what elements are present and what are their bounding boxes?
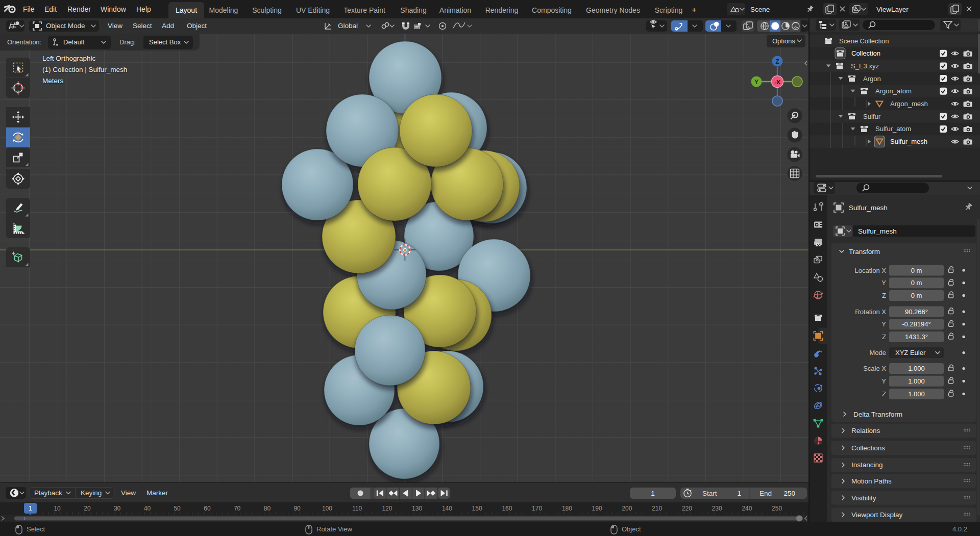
svg-text:Sulfur: Sulfur bbox=[863, 113, 881, 120]
svg-text:1.000: 1.000 bbox=[908, 365, 925, 372]
svg-text:1431.3°: 1431.3° bbox=[905, 333, 928, 341]
svg-text:Scale X: Scale X bbox=[863, 365, 886, 372]
svg-text:XYZ Euler: XYZ Euler bbox=[895, 349, 926, 356]
svg-text:Mode: Mode bbox=[869, 349, 886, 356]
svg-text:Y: Y bbox=[881, 279, 886, 287]
svg-text:Argon_mesh: Argon_mesh bbox=[890, 100, 928, 108]
svg-text:Motion Paths: Motion Paths bbox=[851, 477, 892, 485]
svg-text:-X: -X bbox=[774, 79, 780, 85]
svg-text:Collections: Collections bbox=[851, 444, 885, 452]
svg-text:Delta Transform: Delta Transform bbox=[853, 411, 902, 418]
svg-text:1: 1 bbox=[737, 490, 741, 497]
svg-text:0 m: 0 m bbox=[911, 279, 922, 287]
svg-text:Location X: Location X bbox=[855, 267, 887, 274]
svg-text:Z: Z bbox=[882, 333, 886, 341]
svg-text:Start: Start bbox=[702, 490, 717, 497]
svg-text:Collection: Collection bbox=[851, 49, 880, 57]
svg-text:Visibility: Visibility bbox=[851, 494, 876, 502]
svg-text:1.000: 1.000 bbox=[908, 377, 925, 385]
svg-text:1: 1 bbox=[29, 505, 32, 512]
svg-text:End: End bbox=[760, 490, 772, 497]
svg-text:Sulfur_atom: Sulfur_atom bbox=[875, 125, 911, 133]
svg-text:Z: Z bbox=[775, 58, 779, 65]
svg-text:Marker: Marker bbox=[146, 489, 168, 497]
svg-text:Transform: Transform bbox=[849, 248, 880, 256]
svg-text:ViewLayer: ViewLayer bbox=[876, 6, 909, 13]
svg-text:90.266°: 90.266° bbox=[905, 308, 928, 316]
svg-text:Instancing: Instancing bbox=[851, 461, 883, 469]
svg-text:Z: Z bbox=[882, 390, 886, 398]
svg-text:Scene Collection: Scene Collection bbox=[839, 37, 889, 45]
svg-text:Scene: Scene bbox=[750, 6, 770, 13]
svg-text:Keying: Keying bbox=[81, 489, 102, 497]
svg-text:S_E3.xyz: S_E3.xyz bbox=[851, 62, 879, 70]
svg-text:View: View bbox=[121, 489, 136, 497]
svg-text:1.000: 1.000 bbox=[908, 390, 925, 398]
svg-text:Argon: Argon bbox=[863, 75, 881, 83]
svg-text:Sulfur_mesh: Sulfur_mesh bbox=[849, 204, 888, 212]
svg-text:Y: Y bbox=[754, 79, 758, 86]
svg-text:Argon_atom: Argon_atom bbox=[875, 87, 912, 95]
svg-text:Y: Y bbox=[881, 320, 886, 328]
svg-text:Relations: Relations bbox=[851, 427, 880, 435]
svg-text:0 m: 0 m bbox=[911, 292, 922, 299]
svg-text:1: 1 bbox=[651, 490, 655, 497]
svg-text:Y: Y bbox=[881, 377, 886, 385]
svg-text:Rotation X: Rotation X bbox=[855, 308, 886, 316]
svg-text:Z: Z bbox=[882, 292, 886, 299]
svg-text:Sulfur_mesh: Sulfur_mesh bbox=[890, 138, 927, 145]
svg-text:-0.28194°: -0.28194° bbox=[902, 320, 931, 328]
svg-text:Viewport Display: Viewport Display bbox=[851, 511, 903, 519]
svg-text:Sulfur_mesh: Sulfur_mesh bbox=[858, 227, 897, 235]
svg-text:0 m: 0 m bbox=[911, 267, 922, 274]
svg-text:Playback: Playback bbox=[34, 489, 62, 497]
svg-text:250: 250 bbox=[783, 490, 795, 497]
